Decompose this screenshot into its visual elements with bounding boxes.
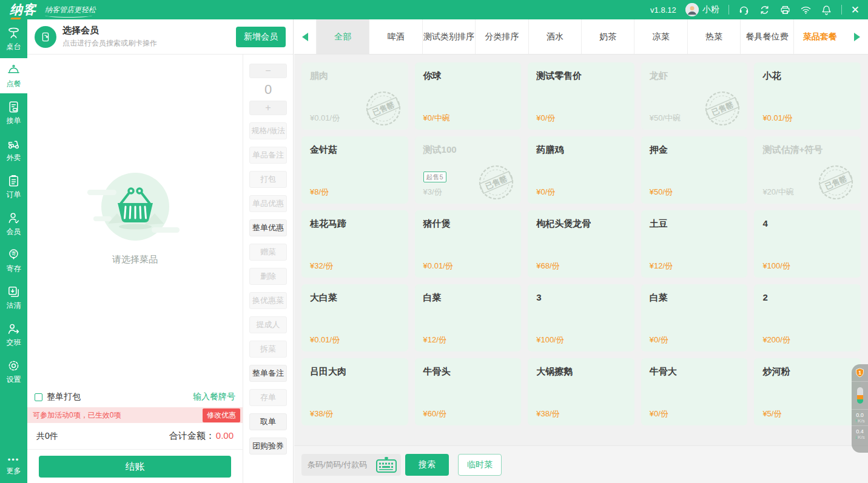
sold-out-stamp-icon: 已售罄	[701, 88, 744, 128]
menu-item[interactable]: 金针菇¥8/份	[301, 136, 408, 204]
action-button-retrieve-order[interactable]: 取单	[249, 413, 287, 430]
menu-item-price: ¥0.01/份	[423, 261, 453, 271]
quantity-minus-button[interactable]: −	[249, 64, 287, 78]
menu-item[interactable]: 炒河粉¥5/份	[754, 358, 861, 425]
menu-item[interactable]: 枸杞头煲龙骨¥68/份	[528, 210, 634, 278]
sidebar-item-label: 点餐	[7, 79, 21, 89]
barcode-search-box	[301, 454, 401, 476]
quantity-plus-button[interactable]: +	[249, 101, 287, 115]
sold-out-stamp-icon: 已售罄	[362, 88, 405, 128]
printer-icon[interactable]	[779, 4, 791, 16]
menu-item[interactable]: 牛骨大¥0/份	[641, 358, 748, 425]
action-button-order-note[interactable]: 整单备注	[249, 365, 287, 382]
menu-item[interactable]: 吕田大肉¥38/份	[301, 358, 408, 425]
barcode-search-input[interactable]	[308, 460, 375, 469]
tabs-scroll-left-button[interactable]	[294, 19, 316, 54]
checkout-button[interactable]: 结账	[39, 456, 231, 478]
menu-item[interactable]: 2¥200/份	[754, 284, 861, 351]
scooter-icon	[7, 137, 21, 151]
enter-table-number-link[interactable]: 输入餐牌号	[193, 391, 235, 402]
whole-order-pack-checkbox[interactable]	[35, 393, 42, 401]
sidebar-item-order[interactable]: 点餐	[0, 58, 27, 93]
sidebar-item-accept[interactable]: 接单	[0, 95, 27, 130]
menu-item[interactable]: 牛骨头¥60/份	[415, 358, 522, 425]
category-tab-beer[interactable]: 啤酒	[369, 19, 422, 54]
table-icon	[7, 26, 21, 40]
add-member-button[interactable]: 新增会员	[236, 27, 286, 47]
category-tab-all[interactable]: 全部	[316, 19, 369, 54]
member-select-subtitle: 点击进行会员搜索或刷卡操作	[62, 38, 157, 48]
menu-item-name: 3	[536, 292, 626, 304]
category-tab-milk-tea[interactable]: 奶茶	[581, 19, 634, 54]
menu-item-price: ¥12/份	[423, 335, 446, 345]
menu-item[interactable]: 你球¥0/中碗	[415, 62, 522, 130]
sidebar-item-settings[interactable]: 设置	[0, 354, 27, 389]
menu-item[interactable]: 测试零售价¥0/份	[528, 62, 634, 130]
notification-bell-icon[interactable]	[821, 4, 832, 16]
menu-item-price: ¥60/份	[423, 408, 446, 419]
category-tab-cold-dishes[interactable]: 凉菜	[634, 19, 687, 54]
menu-item[interactable]: 药膳鸡¥0/份	[528, 136, 634, 204]
tabs-scroll-right-button[interactable]	[846, 19, 868, 54]
modify-discount-button[interactable]: 修改优惠	[203, 408, 240, 422]
menu-item[interactable]: 白菜¥0/份	[641, 284, 748, 351]
category-tab-hot-dishes[interactable]: 热菜	[687, 19, 740, 54]
wifi-icon[interactable]	[800, 4, 812, 16]
action-button-spec: 规格/做法	[249, 122, 287, 139]
menu-item[interactable]: 白菜¥12/份	[415, 284, 522, 351]
menu-item[interactable]: 小花¥0.01/份	[754, 62, 861, 130]
category-tab-tableware-fee[interactable]: 餐具餐位费	[740, 19, 793, 54]
category-tab-set-meals[interactable]: 菜品套餐	[793, 19, 846, 54]
action-button-commission: 提成人	[249, 316, 287, 333]
action-button-order-discount[interactable]: 整单优惠	[249, 219, 287, 236]
order-panel: 选择会员 点击进行会员搜索或刷卡操作 新增会员	[27, 19, 294, 483]
total-value: 0.00	[216, 430, 234, 441]
status-capsule-icon	[857, 387, 863, 404]
menu-item-name: 押金	[650, 144, 739, 156]
sidebar-item-sellout[interactable]: 沽清	[0, 280, 27, 315]
category-tab-drinks[interactable]: 酒水	[528, 19, 581, 54]
action-button-groupon-verify[interactable]: 团购验券	[249, 438, 287, 455]
menu-item[interactable]: 大白菜¥0.01/份	[301, 284, 408, 351]
sidebar-item-shift[interactable]: 交班	[0, 317, 27, 352]
sidebar-item-label: 交班	[7, 338, 21, 348]
menu-item[interactable]: 土豆¥12/份	[641, 210, 748, 278]
menu-item-name: 枸杞头煲龙骨	[536, 218, 626, 230]
menu-item[interactable]: 3¥100/份	[528, 284, 634, 351]
menu-item[interactable]: 押金¥50/份	[641, 136, 748, 204]
sidebar-item-tables[interactable]: 桌台	[0, 21, 27, 56]
category-tab-cat-sort[interactable]: 分类排序	[475, 19, 528, 54]
sidebar-item-orders[interactable]: 订单	[0, 169, 27, 204]
menu-item[interactable]: 猪什煲¥0.01/份	[415, 210, 522, 278]
member-card-icon[interactable]	[35, 26, 56, 48]
net-speed-widget[interactable]: 1 0.0 ↑K/s 0.4 ↓K/s	[852, 364, 868, 453]
empty-cart-text: 请选择菜品	[112, 254, 158, 265]
menu-item[interactable]: 大锅擦鹅¥38/份	[528, 358, 634, 425]
search-button[interactable]: 搜索	[405, 454, 449, 476]
support-headset-icon[interactable]	[738, 4, 750, 16]
sidebar-item-more[interactable]: ••• 更多	[0, 451, 27, 481]
search-bar: 搜索 临时菜	[294, 445, 868, 483]
sidebar-item-members[interactable]: 会员	[0, 206, 27, 241]
clipboard-icon	[7, 174, 21, 188]
action-button-delete: 删除	[249, 268, 287, 285]
menu-item[interactable]: 4¥100/份	[754, 210, 861, 278]
menu-item: 测试估清+符号¥20/中碗 已售罄	[754, 136, 861, 204]
sidebar-item-deposit[interactable]: 寄寄存	[0, 243, 27, 278]
sync-icon[interactable]	[759, 4, 770, 16]
menu-item[interactable]: 桂花马蹄¥32/份	[301, 210, 408, 278]
category-tab-test-cat-sort[interactable]: 测试类别排序	[422, 19, 475, 54]
down-arrow-icon: ↓	[855, 435, 857, 440]
member-select-area[interactable]: 选择会员 点击进行会员搜索或刷卡操作	[62, 25, 157, 48]
menu-item-name: 药膳鸡	[536, 144, 626, 156]
user-menu[interactable]: 小粉	[685, 3, 719, 16]
sidebar-item-takeout[interactable]: 外卖	[0, 132, 27, 167]
member-header: 选择会员 点击进行会员搜索或刷卡操作 新增会员	[27, 19, 293, 55]
menu-item: 龙虾¥50/中碗 已售罄	[641, 62, 748, 130]
close-icon[interactable]: ✕	[851, 5, 860, 15]
keyboard-icon[interactable]	[375, 456, 397, 473]
receipt-icon	[7, 100, 21, 114]
divider	[841, 5, 842, 15]
version-label: v1.8.12	[650, 5, 676, 15]
temporary-dish-button[interactable]: 临时菜	[458, 454, 502, 476]
